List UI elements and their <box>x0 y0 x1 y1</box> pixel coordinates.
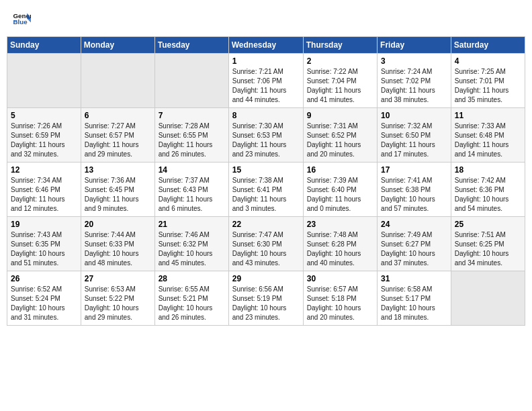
day-number: 14 <box>159 165 225 175</box>
day-number: 18 <box>455 165 521 175</box>
day-number: 26 <box>11 274 77 283</box>
day-cell: 2Sunrise: 7:22 AMSunset: 7:04 PMDaylight… <box>303 54 377 108</box>
week-row-4: 19Sunrise: 7:43 AMSunset: 6:35 PMDayligh… <box>7 217 525 271</box>
day-number: 12 <box>11 165 77 175</box>
day-info: Sunrise: 6:57 AMSunset: 5:18 PMDaylight:… <box>307 285 373 322</box>
day-cell: 6Sunrise: 7:27 AMSunset: 6:57 PMDaylight… <box>81 108 154 163</box>
day-number: 7 <box>159 111 225 120</box>
day-number: 9 <box>307 111 373 120</box>
day-cell: 20Sunrise: 7:44 AMSunset: 6:33 PMDayligh… <box>81 217 154 271</box>
day-info: Sunrise: 7:27 AMSunset: 6:57 PMDaylight:… <box>85 122 151 159</box>
day-number: 6 <box>85 111 151 120</box>
day-cell <box>81 54 154 108</box>
day-number: 31 <box>381 274 447 283</box>
day-info: Sunrise: 7:36 AMSunset: 6:45 PMDaylight:… <box>85 176 151 214</box>
day-info: Sunrise: 7:38 AMSunset: 6:41 PMDaylight:… <box>232 176 300 214</box>
day-info: Sunrise: 6:55 AMSunset: 5:21 PMDaylight:… <box>159 285 225 322</box>
day-number: 20 <box>85 220 151 229</box>
day-cell: 10Sunrise: 7:32 AMSunset: 6:50 PMDayligh… <box>378 108 451 163</box>
day-info: Sunrise: 7:41 AMSunset: 6:38 PMDaylight:… <box>381 176 447 214</box>
day-cell: 1Sunrise: 7:21 AMSunset: 7:06 PMDaylight… <box>228 54 303 108</box>
weekday-header-friday: Friday <box>378 37 451 54</box>
day-number: 5 <box>11 111 77 120</box>
day-info: Sunrise: 7:24 AMSunset: 7:02 PMDaylight:… <box>381 67 447 105</box>
day-number: 4 <box>455 56 521 66</box>
week-row-3: 12Sunrise: 7:34 AMSunset: 6:46 PMDayligh… <box>7 163 525 217</box>
day-number: 11 <box>455 111 521 120</box>
day-cell: 17Sunrise: 7:41 AMSunset: 6:38 PMDayligh… <box>378 163 451 217</box>
day-info: Sunrise: 7:51 AMSunset: 6:25 PMDaylight:… <box>455 230 521 268</box>
day-info: Sunrise: 6:52 AMSunset: 5:24 PMDaylight:… <box>11 285 77 322</box>
weekday-header-tuesday: Tuesday <box>154 37 228 54</box>
day-cell: 29Sunrise: 6:56 AMSunset: 5:19 PMDayligh… <box>228 271 303 326</box>
weekday-header-row: SundayMondayTuesdayWednesdayThursdayFrid… <box>7 37 525 54</box>
day-number: 2 <box>307 56 373 66</box>
day-cell: 4Sunrise: 7:25 AMSunset: 7:01 PMDaylight… <box>451 54 525 108</box>
day-cell: 14Sunrise: 7:37 AMSunset: 6:43 PMDayligh… <box>154 163 228 217</box>
day-cell: 23Sunrise: 7:48 AMSunset: 6:28 PMDayligh… <box>303 217 377 271</box>
week-row-5: 26Sunrise: 6:52 AMSunset: 5:24 PMDayligh… <box>7 271 525 326</box>
day-info: Sunrise: 7:28 AMSunset: 6:55 PMDaylight:… <box>159 122 225 159</box>
logo-icon: General Blue <box>12 9 31 28</box>
day-info: Sunrise: 6:58 AMSunset: 5:17 PMDaylight:… <box>381 285 447 322</box>
day-cell: 8Sunrise: 7:30 AMSunset: 6:53 PMDaylight… <box>228 108 303 163</box>
day-cell <box>7 54 81 108</box>
day-number: 1 <box>232 56 300 66</box>
day-info: Sunrise: 7:25 AMSunset: 7:01 PMDaylight:… <box>455 67 521 105</box>
day-info: Sunrise: 7:48 AMSunset: 6:28 PMDaylight:… <box>307 230 373 268</box>
day-number: 29 <box>232 274 300 283</box>
day-info: Sunrise: 6:56 AMSunset: 5:19 PMDaylight:… <box>232 285 300 322</box>
day-number: 19 <box>11 220 77 229</box>
week-row-1: 1Sunrise: 7:21 AMSunset: 7:06 PMDaylight… <box>7 54 525 108</box>
day-info: Sunrise: 7:21 AMSunset: 7:06 PMDaylight:… <box>232 67 300 105</box>
day-info: Sunrise: 7:37 AMSunset: 6:43 PMDaylight:… <box>159 176 225 214</box>
day-cell: 13Sunrise: 7:36 AMSunset: 6:45 PMDayligh… <box>81 163 154 217</box>
day-info: Sunrise: 7:39 AMSunset: 6:40 PMDaylight:… <box>307 176 373 214</box>
day-cell: 9Sunrise: 7:31 AMSunset: 6:52 PMDaylight… <box>303 108 377 163</box>
day-number: 22 <box>232 220 300 229</box>
day-info: Sunrise: 7:42 AMSunset: 6:36 PMDaylight:… <box>455 176 521 214</box>
day-info: Sunrise: 7:33 AMSunset: 6:48 PMDaylight:… <box>455 122 521 159</box>
day-number: 30 <box>307 274 373 283</box>
day-info: Sunrise: 7:30 AMSunset: 6:53 PMDaylight:… <box>232 122 300 159</box>
day-cell: 19Sunrise: 7:43 AMSunset: 6:35 PMDayligh… <box>7 217 81 271</box>
day-number: 13 <box>85 165 151 175</box>
weekday-header-saturday: Saturday <box>451 37 525 54</box>
svg-marker-3 <box>27 19 31 23</box>
day-info: Sunrise: 7:44 AMSunset: 6:33 PMDaylight:… <box>85 230 151 268</box>
logo: General Blue <box>12 9 31 28</box>
day-number: 24 <box>381 220 447 229</box>
day-cell: 21Sunrise: 7:46 AMSunset: 6:32 PMDayligh… <box>154 217 228 271</box>
day-cell: 7Sunrise: 7:28 AMSunset: 6:55 PMDaylight… <box>154 108 228 163</box>
day-info: Sunrise: 7:47 AMSunset: 6:30 PMDaylight:… <box>232 230 300 268</box>
svg-text:Blue: Blue <box>13 18 28 26</box>
day-info: Sunrise: 7:22 AMSunset: 7:04 PMDaylight:… <box>307 67 373 105</box>
day-number: 16 <box>307 165 373 175</box>
day-number: 10 <box>381 111 447 120</box>
day-cell <box>154 54 228 108</box>
day-cell: 25Sunrise: 7:51 AMSunset: 6:25 PMDayligh… <box>451 217 525 271</box>
day-cell: 15Sunrise: 7:38 AMSunset: 6:41 PMDayligh… <box>228 163 303 217</box>
calendar-table: SundayMondayTuesdayWednesdayThursdayFrid… <box>7 36 525 326</box>
day-number: 28 <box>159 274 225 283</box>
day-cell: 5Sunrise: 7:26 AMSunset: 6:59 PMDaylight… <box>7 108 81 163</box>
day-cell <box>451 271 525 326</box>
day-number: 8 <box>232 111 300 120</box>
day-cell: 28Sunrise: 6:55 AMSunset: 5:21 PMDayligh… <box>154 271 228 326</box>
day-number: 27 <box>85 274 151 283</box>
day-cell: 27Sunrise: 6:53 AMSunset: 5:22 PMDayligh… <box>81 271 154 326</box>
day-info: Sunrise: 7:43 AMSunset: 6:35 PMDaylight:… <box>11 230 77 268</box>
day-cell: 26Sunrise: 6:52 AMSunset: 5:24 PMDayligh… <box>7 271 81 326</box>
weekday-header-thursday: Thursday <box>303 37 377 54</box>
day-cell: 31Sunrise: 6:58 AMSunset: 5:17 PMDayligh… <box>378 271 451 326</box>
day-cell: 3Sunrise: 7:24 AMSunset: 7:02 PMDaylight… <box>378 54 451 108</box>
day-number: 17 <box>381 165 447 175</box>
weekday-header-sunday: Sunday <box>7 37 81 54</box>
day-number: 25 <box>455 220 521 229</box>
day-cell: 16Sunrise: 7:39 AMSunset: 6:40 PMDayligh… <box>303 163 377 217</box>
day-number: 15 <box>232 165 300 175</box>
week-row-2: 5Sunrise: 7:26 AMSunset: 6:59 PMDaylight… <box>7 108 525 163</box>
day-number: 3 <box>381 56 447 66</box>
day-cell: 22Sunrise: 7:47 AMSunset: 6:30 PMDayligh… <box>228 217 303 271</box>
day-cell: 24Sunrise: 7:49 AMSunset: 6:27 PMDayligh… <box>378 217 451 271</box>
